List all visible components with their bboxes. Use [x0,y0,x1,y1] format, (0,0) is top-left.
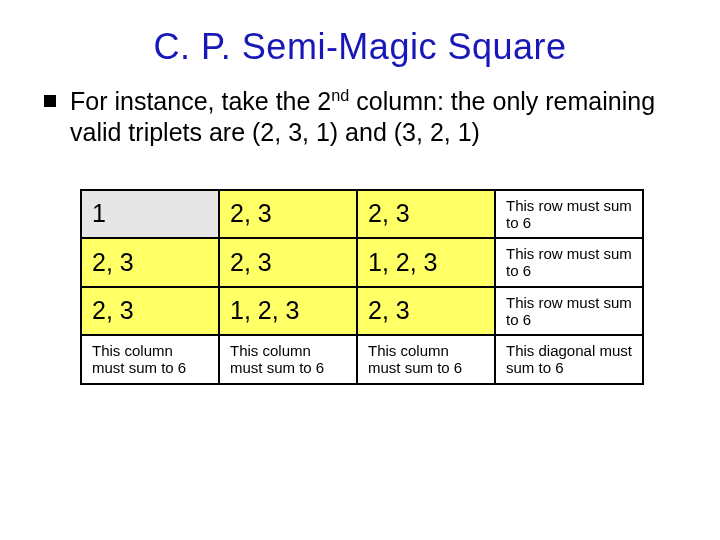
bullet-text-sup: nd [331,86,349,104]
page-title: C. P. Semi-Magic Square [40,26,680,68]
table-row: 2, 3 1, 2, 3 2, 3 This row must sum to 6 [81,287,643,336]
table-footer-row: This column must sum to 6 This column mu… [81,335,643,384]
bullet-text-pre: For instance, take the 2 [70,87,331,115]
cell-r2c2: 2, 3 [219,238,357,287]
bullet-item: For instance, take the 2nd column: the o… [44,86,680,149]
col-note-3: This column must sum to 6 [357,335,495,384]
cell-r1c2: 2, 3 [219,190,357,239]
cell-r3c1: 2, 3 [81,287,219,336]
cell-r2c3: 1, 2, 3 [357,238,495,287]
bullet-text: For instance, take the 2nd column: the o… [70,86,680,149]
row-note-3: This row must sum to 6 [495,287,643,336]
col-note-2: This column must sum to 6 [219,335,357,384]
cell-r3c2: 1, 2, 3 [219,287,357,336]
cell-r1c3: 2, 3 [357,190,495,239]
table-row: 1 2, 3 2, 3 This row must sum to 6 [81,190,643,239]
row-note-1: This row must sum to 6 [495,190,643,239]
slide: C. P. Semi-Magic Square For instance, ta… [0,0,720,405]
square-bullet-icon [44,95,56,107]
cell-r1c1: 1 [81,190,219,239]
col-note-1: This column must sum to 6 [81,335,219,384]
diagonal-note: This diagonal must sum to 6 [495,335,643,384]
cell-r2c1: 2, 3 [81,238,219,287]
magic-square-table: 1 2, 3 2, 3 This row must sum to 6 2, 3 … [80,189,644,385]
row-note-2: This row must sum to 6 [495,238,643,287]
cell-r3c3: 2, 3 [357,287,495,336]
table-row: 2, 3 2, 3 1, 2, 3 This row must sum to 6 [81,238,643,287]
